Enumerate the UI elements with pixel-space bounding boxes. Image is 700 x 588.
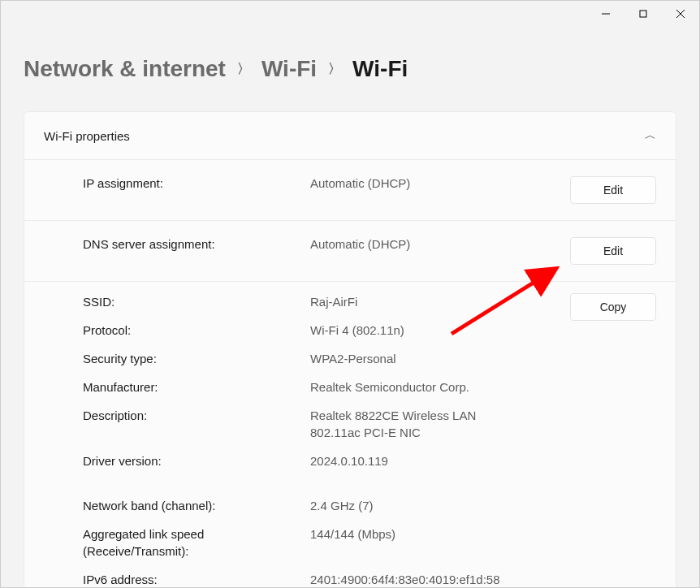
security-label: Security type: (83, 350, 310, 367)
manufacturer-label: Manufacturer: (83, 378, 310, 396)
ipv6-value: 2401:4900:64f4:83e0:4019:ef1d:58 (310, 571, 489, 588)
ssid-value: Raj-AirFi (310, 293, 489, 310)
security-value: WPA2-Personal (310, 350, 489, 367)
maximize-button[interactable] (624, 1, 662, 27)
breadcrumb-current: Wi-Fi (352, 56, 408, 82)
chevron-up-icon: ︿ (645, 128, 656, 143)
breadcrumb: Network & internet 〉 Wi-Fi 〉 Wi-Fi (24, 56, 676, 82)
description-label: Description: (83, 407, 310, 424)
minimize-button[interactable] (587, 1, 624, 27)
manufacturer-value: Realtek Semiconductor Corp. (310, 378, 489, 396)
close-button[interactable] (662, 1, 699, 27)
dns-assignment-label: DNS server assignment: (83, 237, 310, 251)
window-titlebar (1, 1, 699, 27)
ip-assignment-label: IP assignment: (83, 176, 310, 190)
copy-button[interactable]: Copy (570, 293, 656, 321)
link-speed-value: 144/144 (Mbps) (310, 525, 489, 543)
panel-header-toggle[interactable]: Wi-Fi properties ︿ (24, 112, 676, 160)
protocol-value: Wi-Fi 4 (802.11n) (310, 322, 489, 339)
ip-assignment-row: IP assignment: Automatic (DHCP) Edit (24, 160, 676, 221)
svg-rect-1 (640, 11, 646, 17)
driver-label: Driver version: (83, 452, 310, 469)
breadcrumb-network[interactable]: Network & internet (24, 56, 226, 82)
band-value: 2.4 GHz (7) (310, 497, 489, 514)
chevron-right-icon: 〉 (328, 61, 341, 78)
wifi-properties-panel: Wi-Fi properties ︿ IP assignment: Automa… (24, 111, 676, 588)
breadcrumb-wifi[interactable]: Wi-Fi (261, 56, 317, 82)
driver-value: 2024.0.10.119 (310, 452, 489, 469)
edit-dns-button[interactable]: Edit (570, 237, 656, 265)
band-label: Network band (channel): (83, 497, 310, 514)
dns-assignment-value: Automatic (DHCP) (310, 237, 559, 251)
ssid-label: SSID: (83, 293, 310, 310)
protocol-label: Protocol: (83, 322, 310, 339)
chevron-right-icon: 〉 (237, 61, 250, 78)
panel-title: Wi-Fi properties (44, 129, 130, 143)
description-value: Realtek 8822CE Wireless LAN 802.11ac PCI… (310, 407, 489, 441)
ipv6-label: IPv6 address: (83, 571, 310, 588)
dns-assignment-row: DNS server assignment: Automatic (DHCP) … (24, 221, 676, 282)
ip-assignment-value: Automatic (DHCP) (310, 176, 559, 190)
edit-ip-button[interactable]: Edit (570, 176, 656, 204)
link-speed-label: Aggregated link speed (Receive/Transmit)… (83, 525, 310, 560)
details-block: Copy SSID: Raj-AirFi Protocol: Wi-Fi 4 (… (24, 282, 676, 588)
